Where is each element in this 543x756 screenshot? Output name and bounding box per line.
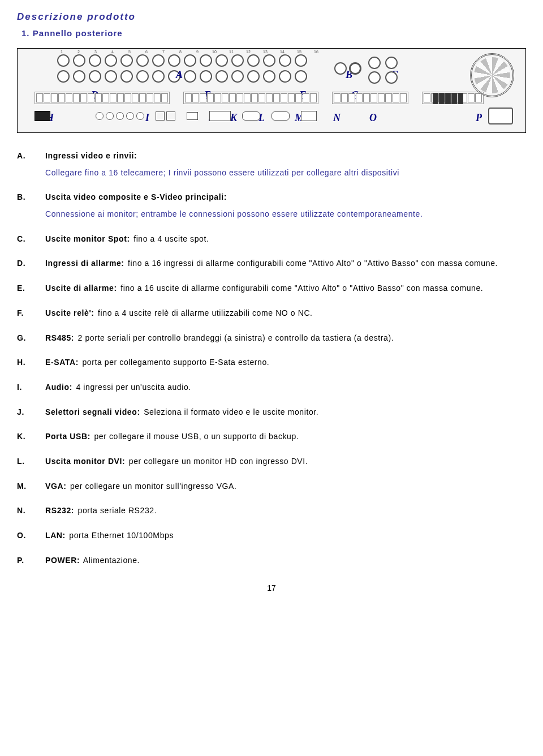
diagram-channel-numbers: 12345678910111213141516: [57, 50, 321, 54]
definition-title: POWER:: [45, 556, 80, 565]
section-title: Descrizione prodotto: [17, 11, 526, 23]
definition-body: E-SATA: porta per collegamento supporto …: [45, 356, 526, 369]
definition-body: RS232: porta seriale RS232.: [45, 505, 526, 517]
definition-title: Audio:: [45, 383, 72, 392]
definition-title: Selettori segnali video:: [45, 407, 140, 416]
definition-body: Selettori segnali video: Seleziona il fo…: [45, 406, 526, 419]
definition-letter: F.: [17, 307, 45, 320]
definition-description: fino a 16 uscite di allarme configurabil…: [118, 284, 484, 293]
rear-panel-diagram: 12345678910111213141516 A B C D E F G H …: [17, 48, 526, 133]
definition-body: Uscite di allarme: fino a 16 uscite di a…: [45, 282, 526, 295]
connector-row-1: [57, 54, 307, 67]
definition-body: POWER: Alimentazione.: [45, 555, 526, 567]
definition-letter: K.: [17, 431, 45, 443]
fan-icon: [470, 53, 514, 97]
definition-title: Porta USB:: [45, 432, 90, 441]
definition-body: RS485: 2 porte seriali per controllo bra…: [45, 332, 526, 345]
definition-description: porta Ethernet 10/100Mbps: [67, 531, 174, 540]
terminal-alarm-in: [35, 92, 170, 104]
definition-body: Audio: 4 ingressi per un'uscita audio.: [45, 381, 526, 394]
definition-description: Connessione ai monitor; entrambe le conn…: [45, 208, 526, 221]
definition-description: 2 porte seriali per controllo brandeggi …: [75, 333, 394, 342]
page-number: 17: [17, 583, 526, 592]
definition-item: E.Uscite di allarme: fino a 16 uscite di…: [17, 282, 526, 295]
definition-title: RS485:: [45, 333, 74, 342]
definition-letter: H.: [17, 356, 45, 369]
definition-body: Uscite relè': fino a 4 uscite relè di al…: [45, 307, 526, 320]
usb-port-icon: [187, 112, 198, 120]
definition-item: D.Ingressi di allarme: fino a 16 ingress…: [17, 257, 526, 270]
definition-description: Seleziona il formato video e le uscite m…: [141, 407, 319, 416]
definition-letter: M.: [17, 480, 45, 493]
definition-letter: J.: [17, 406, 45, 419]
esata-port-icon: [35, 111, 50, 121]
definition-item: G.RS485: 2 porte seriali per controllo b…: [17, 332, 526, 345]
definition-item: M.VGA: per collegare un monitor sull'ing…: [17, 480, 526, 493]
definition-body: Ingressi video e rinvii:Collegare fino a…: [45, 150, 526, 179]
definition-item: J.Selettori segnali video: Seleziona il …: [17, 406, 526, 419]
definition-title: LAN:: [45, 531, 66, 540]
definition-item: K.Porta USB: per collegare il mouse USB,…: [17, 431, 526, 443]
definition-item: N.RS232: porta seriale RS232.: [17, 505, 526, 517]
definition-letter: L.: [17, 456, 45, 468]
definition-description: per collegare un monitor HD con ingresso…: [126, 457, 308, 466]
definition-item: L.Uscita monitor DVI: per collegare un m…: [17, 456, 526, 468]
definition-description: 4 ingressi per un'uscita audio.: [74, 383, 191, 392]
definition-letter: A.: [17, 150, 45, 179]
main-out: [334, 62, 361, 75]
definition-description: per collegare un monitor sull'ingresso V…: [67, 482, 236, 491]
definition-title: RS232:: [45, 506, 74, 515]
definition-body: Porta USB: per collegare il mouse USB, o…: [45, 431, 526, 443]
definition-letter: B.: [17, 191, 45, 220]
definition-title: Ingressi di allarme:: [45, 259, 124, 268]
definition-item: O.LAN: porta Ethernet 10/100Mbps: [17, 530, 526, 542]
definition-letter: I.: [17, 381, 45, 394]
definition-body: Ingressi di allarme: fino a 16 ingressi …: [45, 257, 526, 270]
vga-port-icon: [242, 111, 260, 121]
definition-letter: D.: [17, 257, 45, 270]
dip-switch-icon: [433, 93, 463, 104]
definition-item: A.Ingressi video e rinvii:Collegare fino…: [17, 150, 526, 179]
diagram-letter-A: A: [176, 69, 183, 81]
definition-title: VGA:: [45, 482, 66, 491]
definition-title: Ingressi video e rinvii:: [45, 151, 137, 160]
rs232-port-icon: [272, 111, 290, 121]
audio-ports: [96, 112, 144, 120]
definition-description: Collegare fino a 16 telecamere; I rinvii…: [45, 167, 526, 179]
definition-item: B.Uscita video composite e S-Video princ…: [17, 191, 526, 220]
subsection-title: 1. Pannello posteriore: [21, 28, 526, 38]
spot-outputs-2: [368, 71, 398, 84]
definition-description: fino a 4 uscite relè di allarme utilizza…: [96, 308, 313, 317]
definition-body: Uscita video composite e S-Video princip…: [45, 191, 526, 220]
definition-description: per collegare il mouse USB, o un support…: [92, 432, 299, 441]
definitions-list: A.Ingressi video e rinvii:Collegare fino…: [17, 150, 526, 566]
diagram-letter-O: O: [369, 112, 377, 124]
terminal-relay: [332, 92, 408, 104]
terminal-alarm-out: [183, 92, 318, 104]
definition-body: Uscite monitor Spot: fino a 4 uscite spo…: [45, 233, 526, 246]
definition-item: I.Audio: 4 ingressi per un'uscita audio.: [17, 381, 526, 394]
definition-letter: P.: [17, 555, 45, 567]
video-select-switch: [156, 111, 175, 121]
dvi-port-icon: [209, 111, 231, 121]
spot-outputs: [368, 57, 398, 69]
terminal-blocks: [35, 92, 484, 104]
definition-description: fino a 4 uscite spot.: [131, 234, 209, 243]
definition-title: Uscite relè':: [45, 308, 94, 317]
diagram-letter-N: N: [333, 112, 341, 124]
definition-body: VGA: per collegare un monitor sull'ingre…: [45, 480, 526, 493]
definition-description: porta seriale RS232.: [75, 506, 157, 515]
definition-title: Uscita video composite e S-Video princip…: [45, 192, 227, 201]
definition-item: F.Uscite relè': fino a 4 uscite relè di …: [17, 307, 526, 320]
power-inlet-icon: [488, 108, 513, 124]
definition-letter: C.: [17, 233, 45, 246]
bottom-ports: [35, 111, 317, 121]
definition-item: P.POWER: Alimentazione.: [17, 555, 526, 567]
definition-title: Uscite di allarme:: [45, 284, 117, 293]
definition-letter: O.: [17, 530, 45, 542]
definition-description: porta per collegamento supporto E-Sata e…: [80, 358, 269, 367]
definition-title: Uscita monitor DVI:: [45, 457, 125, 466]
definition-description: Alimentazione.: [81, 556, 140, 565]
definition-title: E-SATA:: [45, 358, 79, 367]
definition-letter: N.: [17, 505, 45, 517]
